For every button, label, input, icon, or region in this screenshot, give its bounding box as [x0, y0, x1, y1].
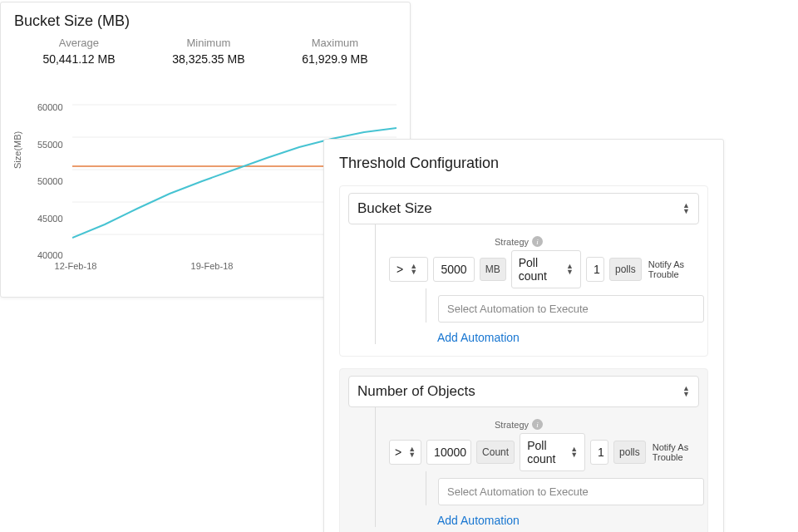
stat-maximum-label: Maximum: [302, 37, 367, 49]
ytick-50000: 50000: [37, 176, 63, 186]
threshold-value-input[interactable]: 5000: [433, 257, 474, 282]
poll-count-input[interactable]: 1: [586, 257, 604, 282]
stat-average-label: Average: [42, 37, 115, 49]
threshold-title: Threshold Configuration: [339, 155, 708, 172]
threshold-block-bucket-size: Bucket Size ▲▼ Strategy i > ▲▼ 5000 MB P…: [339, 185, 708, 357]
notify-label: Notify As Trouble: [648, 259, 699, 279]
chevron-updown-icon: ▲▼: [682, 386, 690, 397]
condition-row-object-count: > ▲▼ 10000 Count Poll count ▲▼ 1 polls N…: [389, 433, 699, 471]
chevron-updown-icon: ▲▼: [570, 446, 578, 458]
stat-minimum-value: 38,325.35 MB: [172, 52, 244, 66]
add-automation-link[interactable]: Add Automation: [437, 331, 699, 344]
condition-row-bucket-size: > ▲▼ 5000 MB Poll count ▲▼ 1 polls Notif…: [389, 250, 699, 288]
metric-select-bucket-size[interactable]: Bucket Size ▲▼: [348, 193, 699, 224]
stat-minimum: Minimum 38,325.35 MB: [172, 37, 244, 66]
chevron-updown-icon: ▲▼: [408, 446, 416, 458]
ytick-45000: 45000: [37, 214, 63, 224]
xtick-0: 12-Feb-18: [55, 261, 97, 271]
info-icon[interactable]: i: [532, 419, 543, 430]
info-icon[interactable]: i: [532, 236, 543, 247]
threshold-block-object-count: Number of Objects ▲▼ Strategy i > ▲▼ 100…: [339, 368, 708, 532]
strategy-label: Strategy: [495, 420, 529, 430]
unit-chip: Count: [476, 441, 515, 464]
metric-select-label: Number of Objects: [357, 383, 475, 400]
ytick-55000: 55000: [37, 140, 63, 150]
metric-select-object-count[interactable]: Number of Objects ▲▼: [348, 376, 699, 407]
chevron-updown-icon: ▲▼: [566, 264, 574, 275]
stat-maximum-value: 61,929.9 MB: [302, 52, 367, 66]
threshold-value-input[interactable]: 10000: [426, 440, 471, 465]
automation-select[interactable]: Select Automation to Execute: [438, 478, 704, 505]
stat-average-value: 50,441.12 MB: [42, 52, 115, 66]
polls-chip: polls: [609, 258, 642, 281]
notify-label: Notify As Trouble: [653, 442, 699, 462]
metric-select-label: Bucket Size: [357, 200, 432, 217]
threshold-config-panel: Threshold Configuration Bucket Size ▲▼ S…: [323, 139, 724, 532]
chevron-updown-icon: ▲▼: [410, 264, 417, 275]
strategy-select[interactable]: Poll count ▲▼: [520, 433, 585, 471]
xtick-1: 19-Feb-18: [191, 261, 234, 271]
ytick-60000: 60000: [37, 102, 63, 112]
automation-select[interactable]: Select Automation to Execute: [438, 295, 704, 323]
chart-y-axis-label: Size(MB): [12, 131, 22, 169]
unit-chip: MB: [480, 258, 506, 281]
chart-stats-row: Average 50,441.12 MB Minimum 38,325.35 M…: [14, 37, 397, 66]
ytick-40000: 40000: [37, 250, 63, 260]
chart-title: Bucket Size (MB): [14, 12, 397, 30]
operator-select[interactable]: > ▲▼: [389, 257, 428, 282]
strategy-label: Strategy: [495, 237, 529, 247]
strategy-select[interactable]: Poll count ▲▼: [511, 250, 581, 288]
polls-chip: polls: [613, 441, 646, 464]
chevron-updown-icon: ▲▼: [682, 203, 690, 214]
poll-count-input[interactable]: 1: [590, 440, 608, 465]
operator-select[interactable]: > ▲▼: [389, 440, 421, 465]
add-automation-link[interactable]: Add Automation: [437, 514, 699, 527]
strategy-label-row: Strategy i: [376, 236, 699, 247]
stat-maximum: Maximum 61,929.9 MB: [302, 37, 367, 66]
stat-minimum-label: Minimum: [172, 37, 244, 49]
strategy-label-row: Strategy i: [376, 419, 699, 430]
stat-average: Average 50,441.12 MB: [42, 37, 115, 66]
